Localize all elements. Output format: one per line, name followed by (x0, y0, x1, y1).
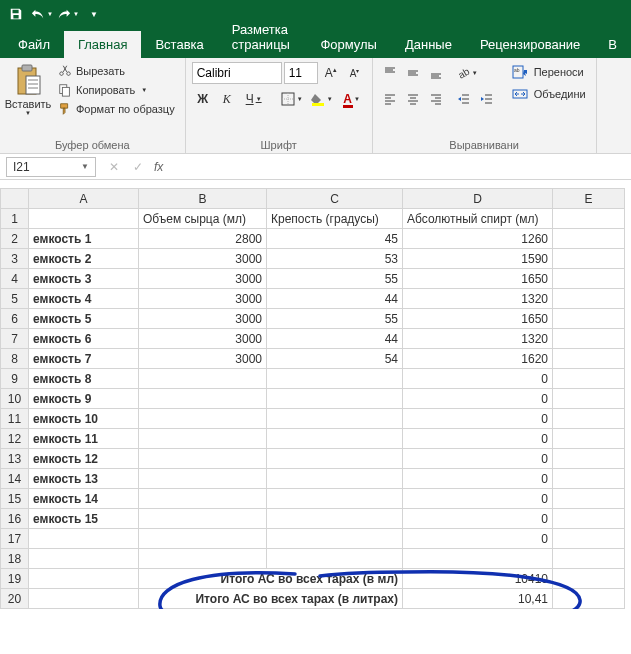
cell[interactable] (553, 589, 625, 609)
undo-button[interactable]: ▼ (30, 2, 54, 26)
cell[interactable] (267, 509, 403, 529)
cancel-formula-button[interactable]: ✕ (102, 157, 126, 177)
cell[interactable]: 1320 (403, 289, 553, 309)
cell[interactable] (267, 369, 403, 389)
cell[interactable] (553, 389, 625, 409)
cell[interactable]: 44 (267, 329, 403, 349)
row-header[interactable]: 18 (1, 549, 29, 569)
cell[interactable] (29, 549, 139, 569)
cell[interactable]: 0 (403, 469, 553, 489)
cell[interactable]: емкость 1 (29, 229, 139, 249)
cell[interactable] (553, 329, 625, 349)
cell[interactable]: 45 (267, 229, 403, 249)
cell[interactable] (553, 369, 625, 389)
cell[interactable]: Объем сырца (мл) (139, 209, 267, 229)
cell[interactable]: 2800 (139, 229, 267, 249)
increase-font-button[interactable]: A▴ (320, 62, 342, 84)
cell[interactable]: Итого АС во всех тарах (в литрах) (139, 589, 403, 609)
cell[interactable]: 53 (267, 249, 403, 269)
cell[interactable]: 0 (403, 449, 553, 469)
cell[interactable] (553, 509, 625, 529)
cell[interactable] (139, 389, 267, 409)
cell[interactable] (139, 409, 267, 429)
row-header[interactable]: 6 (1, 309, 29, 329)
borders-button[interactable]: ▼ (278, 88, 306, 110)
font-color-button[interactable]: A▼ (338, 88, 366, 110)
row-header[interactable]: 9 (1, 369, 29, 389)
cell[interactable]: 55 (267, 309, 403, 329)
cell[interactable] (29, 209, 139, 229)
col-header-c[interactable]: C (267, 189, 403, 209)
row-header[interactable]: 15 (1, 489, 29, 509)
cell[interactable]: 3000 (139, 289, 267, 309)
cell[interactable]: емкость 6 (29, 329, 139, 349)
cell[interactable] (553, 549, 625, 569)
cell[interactable]: 1650 (403, 309, 553, 329)
cell[interactable]: емкость 14 (29, 489, 139, 509)
cell[interactable] (267, 409, 403, 429)
tab-formulas[interactable]: Формулы (306, 31, 391, 58)
row-header[interactable]: 17 (1, 529, 29, 549)
enter-formula-button[interactable]: ✓ (126, 157, 150, 177)
cell[interactable] (139, 369, 267, 389)
orientation-button[interactable]: ab▼ (453, 62, 481, 84)
cut-button[interactable]: Вырезать (54, 62, 179, 80)
align-top-button[interactable] (379, 62, 401, 84)
format-painter-button[interactable]: Формат по образцу (54, 100, 179, 118)
cell[interactable] (553, 289, 625, 309)
cell[interactable] (267, 529, 403, 549)
tab-data[interactable]: Данные (391, 31, 466, 58)
cell[interactable] (139, 449, 267, 469)
col-header-e[interactable]: E (553, 189, 625, 209)
cell[interactable]: емкость 15 (29, 509, 139, 529)
cell[interactable] (553, 429, 625, 449)
cell[interactable]: 1650 (403, 269, 553, 289)
cell[interactable]: 0 (403, 429, 553, 449)
col-header-d[interactable]: D (403, 189, 553, 209)
align-bottom-button[interactable] (425, 62, 447, 84)
merge-button[interactable]: Объедини (508, 84, 590, 104)
align-right-button[interactable] (425, 88, 447, 110)
col-header-a[interactable]: A (29, 189, 139, 209)
font-name-input[interactable] (192, 62, 282, 84)
cell[interactable] (29, 569, 139, 589)
cell[interactable] (403, 549, 553, 569)
cell[interactable]: емкость 12 (29, 449, 139, 469)
cell[interactable]: емкость 5 (29, 309, 139, 329)
copy-button[interactable]: Копировать ▼ (54, 81, 179, 99)
cell[interactable]: емкость 11 (29, 429, 139, 449)
cell[interactable] (553, 569, 625, 589)
row-header[interactable]: 5 (1, 289, 29, 309)
cell[interactable]: 3000 (139, 269, 267, 289)
redo-button[interactable]: ▼ (56, 2, 80, 26)
row-header[interactable]: 1 (1, 209, 29, 229)
cell[interactable]: 1620 (403, 349, 553, 369)
cell[interactable] (553, 209, 625, 229)
cell[interactable]: емкость 2 (29, 249, 139, 269)
cell[interactable]: 0 (403, 389, 553, 409)
col-header-b[interactable]: B (139, 189, 267, 209)
row-header[interactable]: 19 (1, 569, 29, 589)
increase-indent-button[interactable] (476, 88, 498, 110)
tab-file[interactable]: Файл (4, 31, 64, 58)
row-header[interactable]: 14 (1, 469, 29, 489)
decrease-indent-button[interactable] (453, 88, 475, 110)
cell[interactable] (29, 529, 139, 549)
cell[interactable] (139, 469, 267, 489)
cell[interactable] (553, 349, 625, 369)
cell[interactable]: 1320 (403, 329, 553, 349)
cell[interactable]: 1590 (403, 249, 553, 269)
row-header[interactable]: 4 (1, 269, 29, 289)
cell[interactable]: 3000 (139, 249, 267, 269)
cell[interactable] (553, 449, 625, 469)
cell[interactable]: Итого АС во всех тарах (в мл) (139, 569, 403, 589)
cell[interactable] (267, 469, 403, 489)
fill-color-button[interactable]: ▼ (308, 88, 336, 110)
cell[interactable] (29, 589, 139, 609)
cell[interactable]: 44 (267, 289, 403, 309)
cell[interactable]: 0 (403, 489, 553, 509)
tab-insert[interactable]: Вставка (141, 31, 217, 58)
cell[interactable] (553, 249, 625, 269)
cell[interactable] (139, 529, 267, 549)
align-left-button[interactable] (379, 88, 401, 110)
